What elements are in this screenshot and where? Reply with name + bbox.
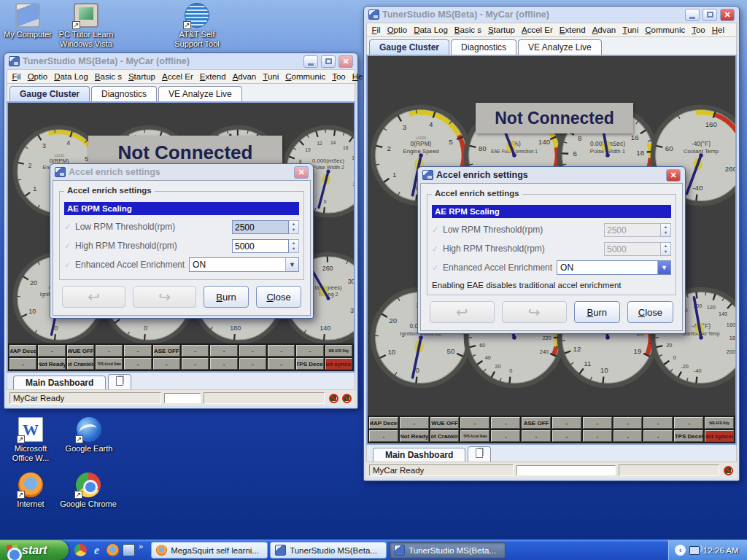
- menu-basic-s[interactable]: Basic s: [91, 72, 125, 81]
- close-button[interactable]: Close: [256, 286, 301, 308]
- menu-optio[interactable]: Optio: [24, 72, 51, 81]
- menu-accel-er[interactable]: Accel Er: [519, 26, 557, 34]
- tab-diagnostics[interactable]: Diagnostics: [91, 86, 157, 101]
- indicator-blank: -: [460, 417, 489, 429]
- quick-launch-firefox-icon[interactable]: [107, 544, 119, 556]
- chevron-down-icon[interactable]: ▼: [657, 261, 670, 274]
- high-rpm-spinner[interactable]: 5000 ▲▼: [232, 239, 299, 253]
- tab-ve-analyze-live[interactable]: VE Analyze Live: [518, 39, 602, 55]
- close-icon[interactable]: ✕: [666, 169, 681, 182]
- high-rpm-value[interactable]: 5000: [232, 239, 289, 253]
- desktop-icon-google-earth[interactable]: ↗Google Earth: [57, 417, 121, 454]
- title-bar[interactable]: TunerStudio MS(Beta) - MyCar (offline) ✕: [366, 7, 737, 23]
- menu-advan[interactable]: Advan: [589, 26, 619, 34]
- tab-main-dashboard[interactable]: Main Dashboard: [373, 448, 465, 462]
- new-dashboard-tab-button[interactable]: [468, 446, 491, 462]
- menu-fil[interactable]: Fil: [9, 72, 24, 81]
- group-title: Accel enrich settings: [432, 189, 522, 198]
- ts-icon: [394, 545, 405, 556]
- menu-extend[interactable]: Extend: [196, 72, 229, 81]
- close-button[interactable]: Close: [627, 301, 673, 323]
- indicator-blank: -: [153, 358, 180, 370]
- undo-button[interactable]: ↩: [62, 286, 125, 308]
- network-tray-icon[interactable]: [689, 546, 700, 555]
- new-dashboard-tab-button[interactable]: [108, 374, 131, 389]
- menu-data-log[interactable]: Data Log: [51, 72, 92, 81]
- svg-text:14: 14: [330, 140, 336, 145]
- quick-launch-chrome-icon[interactable]: [74, 544, 87, 556]
- quick-launch-overflow-icon[interactable]: »: [139, 540, 143, 551]
- quick-launch-ie-icon[interactable]: e: [90, 544, 103, 556]
- maximize-button[interactable]: [321, 55, 336, 68]
- earth-icon: ↗: [77, 417, 101, 442]
- desktop-icon-internet[interactable]: ↗Internet: [3, 472, 58, 509]
- spinner-up-icon[interactable]: ▲: [289, 240, 298, 246]
- quick-launch-doc-icon[interactable]: [123, 544, 135, 556]
- desktop-icon-pc-tutor-learn-windows-vista[interactable]: ↗PC Tutor Learn Windows Vista: [53, 3, 120, 49]
- selected-setting-row[interactable]: AE RPM Scaling: [432, 205, 671, 218]
- menu-too[interactable]: Too: [689, 26, 709, 34]
- taskbar-button-tunerstudio-ms-beta-1[interactable]: TunerStudio MS(Beta...: [270, 542, 387, 559]
- desktop-icon-at-t-self-support-tool[interactable]: ↗AT&T Self Support Tool: [165, 3, 229, 49]
- menu-hel[interactable]: Hel: [708, 26, 727, 34]
- dialog-title-bar[interactable]: Accel enrich settings ✕: [420, 167, 683, 183]
- desktop-icon-google-chrome[interactable]: ↗Google Chrome: [54, 472, 123, 509]
- low-rpm-value[interactable]: 2500: [232, 220, 289, 234]
- desktop-icon-my-computer[interactable]: My Computer: [3, 3, 53, 39]
- menu-bar: FilOptioData LogBasic sStartupAccel ErEx…: [7, 69, 355, 84]
- redo-button[interactable]: ↪: [502, 301, 567, 323]
- dialog-title-bar[interactable]: Accel enrich settings ✕: [53, 164, 311, 180]
- maximize-button[interactable]: [703, 9, 717, 21]
- menu-communic[interactable]: Communic: [642, 26, 689, 34]
- tab-main-dashboard[interactable]: Main Dashboard: [13, 376, 106, 389]
- svg-text:140: 140: [538, 138, 551, 146]
- close-icon[interactable]: ✕: [294, 166, 309, 179]
- tab-gauge-cluster[interactable]: Gauge Cluster: [369, 39, 449, 55]
- indicator-blank: -: [124, 345, 151, 357]
- selected-setting-row[interactable]: AE RPM Scaling: [64, 202, 299, 215]
- hide-icons-chevron-icon[interactable]: ‹: [675, 545, 686, 556]
- spinner-down-icon[interactable]: ▼: [289, 227, 298, 233]
- eae-combo-box[interactable]: ON ▼: [557, 260, 671, 275]
- burn-button[interactable]: Burn: [574, 301, 620, 323]
- minimize-button[interactable]: [685, 9, 700, 21]
- minimize-button[interactable]: [303, 55, 318, 68]
- menu-startup[interactable]: Startup: [125, 72, 158, 81]
- svg-text:60: 60: [479, 342, 485, 349]
- close-icon[interactable]: ✕: [338, 55, 353, 68]
- tab-gauge-cluster[interactable]: Gauge Cluster: [9, 86, 90, 101]
- status-field-empty: [619, 464, 719, 476]
- menu-startup[interactable]: Startup: [484, 26, 518, 34]
- chevron-down-icon[interactable]: ▼: [285, 258, 298, 271]
- eae-combo-box[interactable]: ON ▼: [189, 257, 299, 272]
- menu-data-log[interactable]: Data Log: [411, 26, 452, 34]
- desktop-icon-microsoft-office-w[interactable]: ↗Microsoft Office W...: [3, 417, 58, 463]
- menu-accel-er[interactable]: Accel Er: [159, 72, 197, 81]
- redo-button[interactable]: ↪: [133, 286, 196, 308]
- close-icon[interactable]: ✕: [720, 9, 735, 21]
- tab-ve-analyze-live[interactable]: VE Analyze Live: [158, 86, 242, 101]
- taskbar-button-tunerstudio-ms-beta-2[interactable]: TunerStudio MS(Beta...: [389, 542, 506, 559]
- dialog-button-row: ↩ ↪ Burn Close: [59, 280, 304, 309]
- menu-fil[interactable]: Fil: [368, 26, 384, 34]
- menu-extend[interactable]: Extend: [556, 26, 589, 34]
- menu-basic-s[interactable]: Basic s: [451, 26, 484, 34]
- menu-tuni[interactable]: Tuni: [619, 26, 642, 34]
- low-rpm-row: ✓ Low RPM Threshold(rpm) 2500 ▲▼: [64, 217, 299, 236]
- menu-optio[interactable]: Optio: [384, 26, 411, 34]
- spinner-down-icon[interactable]: ▼: [289, 246, 298, 252]
- menu-communic[interactable]: Communic: [282, 72, 329, 81]
- burn-button[interactable]: Burn: [204, 286, 249, 308]
- svg-text:3: 3: [42, 142, 46, 149]
- menu-too[interactable]: Too: [329, 72, 349, 81]
- taskbar-button-megasquirt-self-learni-0[interactable]: MegaSquirt self learni...: [151, 542, 268, 559]
- menu-advan[interactable]: Advan: [229, 72, 260, 81]
- spinner-up-icon[interactable]: ▲: [289, 221, 298, 228]
- low-rpm-spinner[interactable]: 2500 ▲▼: [232, 220, 299, 234]
- tab-diagnostics[interactable]: Diagnostics: [451, 39, 516, 55]
- svg-text:-40(°F): -40(°F): [692, 140, 711, 147]
- menu-tuni[interactable]: Tuni: [260, 72, 282, 81]
- title-bar[interactable]: TunerStudio MS(Beta) - MyCar (offline) ✕: [7, 53, 355, 69]
- undo-button[interactable]: ↩: [430, 301, 495, 323]
- indicator-not-ready: Not Ready: [38, 358, 65, 370]
